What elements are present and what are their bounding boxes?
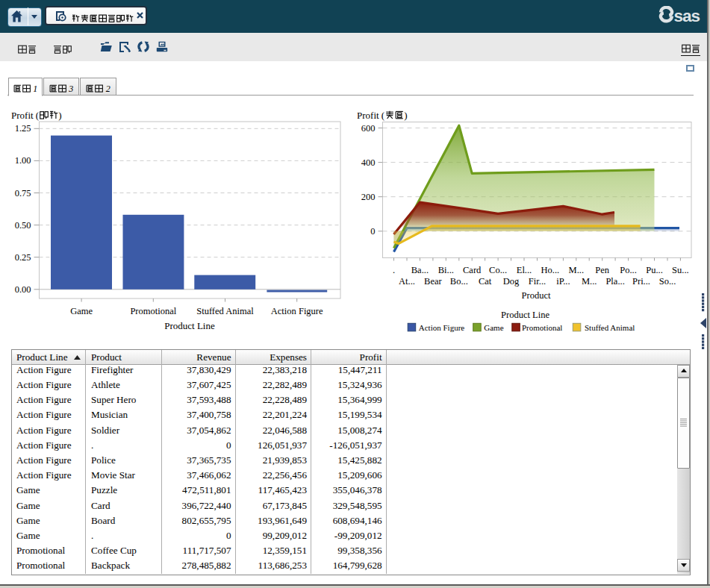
svg-text:Action Figure: Action Figure [419,323,465,332]
svg-text:Bo...: Bo... [450,276,468,287]
svg-text:El...: El... [517,265,532,275]
svg-text:Cat: Cat [479,276,492,287]
svg-text:1.00: 1.00 [15,155,31,166]
svg-text:Promotional: Promotional [130,306,176,316]
svg-text:Dog: Dog [503,276,520,287]
svg-text:Bi...: Bi... [438,265,454,275]
svg-text:Pla...: Pla... [605,276,624,287]
svg-text:Product: Product [522,290,551,301]
svg-text:Fir...: Fir... [529,276,546,287]
svg-text:Pu...: Pu... [646,265,663,275]
svg-text:0.00: 0.00 [15,284,31,295]
svg-text:Ba...: Ba... [411,265,429,275]
svg-text:Action Figure: Action Figure [271,306,323,316]
svg-text:Ho...: Ho... [541,265,560,275]
svg-text:So...: So... [659,276,676,287]
svg-text:Product Line: Product Line [501,310,549,320]
svg-text:Su...: Su... [672,265,689,275]
svg-text:sas: sas [674,7,700,25]
svg-text:0.75: 0.75 [15,188,31,198]
svg-text:0.50: 0.50 [15,220,31,231]
svg-text:At...: At... [399,276,415,287]
svg-text:200: 200 [361,192,376,202]
svg-text:Pen: Pen [595,265,610,275]
svg-text:Pri...: Pri... [632,276,650,287]
svg-text:400: 400 [361,157,376,168]
svg-text:Card: Card [463,265,482,275]
svg-text:Game: Game [484,323,503,332]
svg-text:Product Line: Product Line [164,320,215,331]
svg-text:0: 0 [370,226,375,237]
svg-text:Bear: Bear [424,276,442,287]
svg-text:.: . [393,265,395,275]
svg-text:Co...: Co... [489,265,507,275]
svg-text:1.25: 1.25 [15,123,31,134]
svg-text:600: 600 [361,123,376,134]
svg-text:M...: M... [569,265,585,275]
svg-text:Game: Game [70,306,93,316]
svg-text:Promotional: Promotional [522,323,562,332]
svg-text:M...: M... [582,276,597,287]
svg-text:0.25: 0.25 [15,252,31,263]
svg-text:Stuffed Animal: Stuffed Animal [585,323,635,332]
svg-text:Stuffed Animal: Stuffed Animal [196,306,254,316]
svg-text:iP...: iP... [556,276,570,287]
svg-text:Po...: Po... [620,265,637,275]
